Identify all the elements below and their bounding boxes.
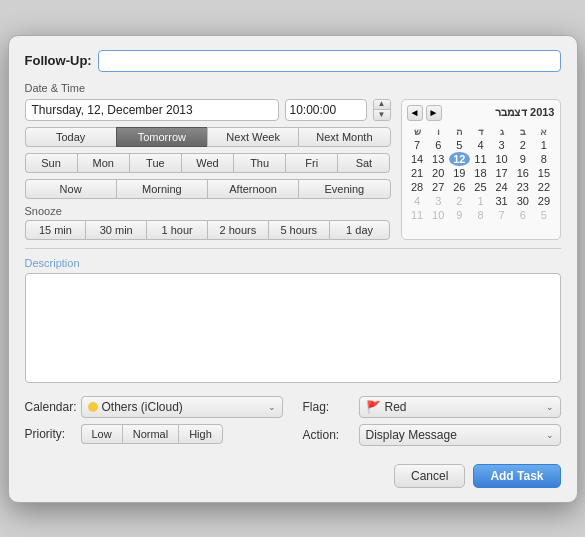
snooze-2hours[interactable]: 2 hours [207,220,268,240]
cal-day[interactable]: 4 [470,138,491,152]
cal-day[interactable]: 8 [533,152,554,166]
cal-day[interactable]: 14 [407,152,428,166]
time-of-day-row: Now Morning Afternoon Evening [25,179,391,199]
cal-day[interactable]: 16 [512,166,533,180]
calendar-header: ◄ ► 2013 דצמבר [407,105,555,121]
quick-date-buttons: Today Tomorrow Next Week Next Month [25,127,391,147]
cal-day[interactable]: 6 [512,208,533,222]
table-row: 21 20 19 18 17 16 15 [407,166,555,180]
cal-day[interactable]: 5 [533,208,554,222]
cal-day[interactable]: 27 [428,180,449,194]
bottom-left: Calendar: Others (iCloud) ⌄ Priority: Lo… [25,396,283,452]
time-stepper: ▲ ▼ [373,99,391,121]
cal-day[interactable]: 7 [491,208,512,222]
cal-day[interactable]: 9 [512,152,533,166]
time-afternoon[interactable]: Afternoon [207,179,298,199]
cal-header-v: ו [428,125,449,138]
next-month-button[interactable]: Next Month [298,127,390,147]
cancel-button[interactable]: Cancel [394,464,465,488]
cal-day[interactable]: 3 [428,194,449,208]
snooze-15min[interactable]: 15 min [25,220,86,240]
date-display[interactable]: Thursday, 12, December 2013 [25,99,279,121]
snooze-30min[interactable]: 30 min [85,220,146,240]
time-evening[interactable]: Evening [298,179,390,199]
cal-day[interactable]: 25 [470,180,491,194]
priority-low[interactable]: Low [81,424,122,444]
flag-select-left: 🚩 Red [366,400,407,414]
divider [25,248,561,249]
day-mon[interactable]: Mon [77,153,129,173]
day-fri[interactable]: Fri [285,153,337,173]
flag-select[interactable]: 🚩 Red ⌄ [359,396,561,418]
tomorrow-button[interactable]: Tomorrow [116,127,207,147]
table-row: 28 27 26 25 24 23 22 [407,180,555,194]
day-tue[interactable]: Tue [129,153,181,173]
cal-day[interactable]: 17 [491,166,512,180]
cal-day[interactable]: 11 [407,208,428,222]
cal-day[interactable]: 15 [533,166,554,180]
day-wed[interactable]: Wed [181,153,233,173]
cal-day[interactable]: 10 [491,152,512,166]
day-sat[interactable]: Sat [337,153,390,173]
cal-day[interactable]: 2 [449,194,470,208]
cal-day[interactable]: 26 [449,180,470,194]
cal-day[interactable]: 5 [449,138,470,152]
cal-prev-button[interactable]: ◄ [407,105,423,121]
calendar-field-label: Calendar: [25,400,81,414]
snooze-5hours[interactable]: 5 hours [268,220,329,240]
cal-header-g: ג [491,125,512,138]
cal-day[interactable]: 24 [491,180,512,194]
day-sun[interactable]: Sun [25,153,77,173]
snooze-1day[interactable]: 1 day [329,220,391,240]
calendar-value: Others (iCloud) [102,400,183,414]
description-textarea[interactable] [25,273,561,383]
cal-day[interactable]: 3 [491,138,512,152]
flag-icon: 🚩 [366,400,381,414]
stepper-down-button[interactable]: ▼ [374,110,390,120]
time-morning[interactable]: Morning [116,179,207,199]
flag-field-row: Flag: 🚩 Red ⌄ [303,396,561,418]
table-row: 7 6 5 4 3 2 1 [407,138,555,152]
cal-day[interactable]: 6 [428,138,449,152]
cal-day[interactable]: 7 [407,138,428,152]
follow-up-label: Follow-Up: [25,53,92,68]
cal-day[interactable]: 20 [428,166,449,180]
cal-day[interactable]: 29 [533,194,554,208]
follow-up-input[interactable] [98,50,561,72]
cal-day[interactable]: 19 [449,166,470,180]
cal-next-button[interactable]: ► [426,105,442,121]
cal-day[interactable]: 1 [533,138,554,152]
cal-day-today[interactable]: 12 [449,152,470,166]
cal-day[interactable]: 31 [491,194,512,208]
cal-day[interactable]: 23 [512,180,533,194]
date-time-section-label: Date & Time [25,82,561,94]
cal-day[interactable]: 2 [512,138,533,152]
cal-day[interactable]: 4 [407,194,428,208]
calendar-select[interactable]: Others (iCloud) ⌄ [81,396,283,418]
cal-day[interactable]: 22 [533,180,554,194]
priority-normal[interactable]: Normal [122,424,178,444]
snooze-label: Snooze [25,205,391,217]
day-thu[interactable]: Thu [233,153,285,173]
calendar-select-left: Others (iCloud) [88,400,183,414]
priority-high[interactable]: High [178,424,223,444]
cal-day[interactable]: 30 [512,194,533,208]
cal-day[interactable]: 11 [470,152,491,166]
add-task-button[interactable]: Add Task [473,464,560,488]
time-now[interactable]: Now [25,179,116,199]
cal-day[interactable]: 10 [428,208,449,222]
today-button[interactable]: Today [25,127,116,147]
cal-day[interactable]: 13 [428,152,449,166]
action-label: Action: [303,428,359,442]
snooze-1hour[interactable]: 1 hour [146,220,207,240]
cal-day[interactable]: 28 [407,180,428,194]
cal-day[interactable]: 1 [470,194,491,208]
cal-day[interactable]: 8 [470,208,491,222]
time-display[interactable]: 10:00:00 [285,99,367,121]
cal-day[interactable]: 18 [470,166,491,180]
action-select[interactable]: Display Message ⌄ [359,424,561,446]
next-week-button[interactable]: Next Week [207,127,298,147]
cal-day[interactable]: 21 [407,166,428,180]
cal-day[interactable]: 9 [449,208,470,222]
stepper-up-button[interactable]: ▲ [374,100,390,110]
